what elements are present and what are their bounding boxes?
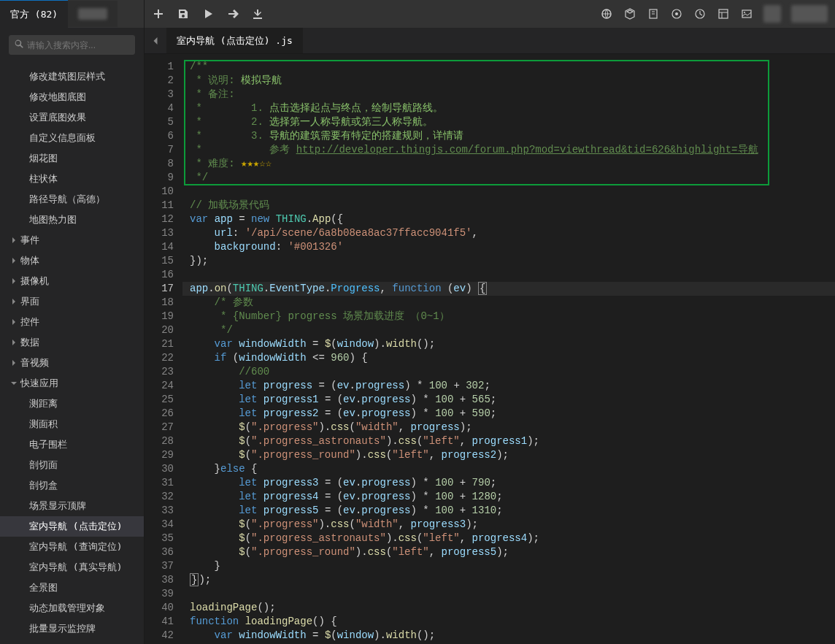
target-icon[interactable]: [670, 7, 683, 20]
share-icon[interactable]: [226, 7, 239, 20]
tree-item-selected[interactable]: 室内导航 (点击定位): [0, 516, 144, 537]
tree-item[interactable]: 电子围栏: [0, 434, 144, 455]
chevron-right-icon: [10, 339, 18, 346]
sidebar-tab-official[interactable]: 官方 (82): [0, 0, 68, 28]
tree-item[interactable]: 地图热力图: [0, 210, 144, 230]
clock-icon[interactable]: [693, 7, 707, 20]
save-icon[interactable]: [177, 7, 190, 20]
tree-item[interactable]: 物体面板显示监控: [0, 639, 144, 644]
tree-group[interactable]: 事件: [0, 230, 144, 250]
sidebar: 官方 (82) 修改建筑图层样式 修改地图底图 设置底图效果 自定义信息面板 烟…: [0, 0, 145, 644]
editor[interactable]: 1234567891011121314151617181920212223242…: [145, 54, 835, 644]
download-icon[interactable]: [251, 7, 264, 20]
tree-item[interactable]: 全景图: [0, 578, 144, 598]
avatar-1[interactable]: [763, 5, 781, 23]
chevron-right-icon: [10, 318, 18, 326]
book-icon[interactable]: [647, 7, 660, 20]
tree-group[interactable]: 数据: [0, 332, 144, 353]
tree-item[interactable]: 剖切盒: [0, 475, 144, 496]
tree-group-quickapp[interactable]: 快速应用: [0, 373, 144, 394]
chevron-right-icon: [10, 277, 18, 285]
tabbar: 室内导航 (点击定位) .js: [145, 28, 835, 54]
tree-item[interactable]: 室内导航 (真实导航): [0, 557, 144, 578]
code-area[interactable]: /** * 说明: 模拟导航 * 备注: * 1. 点击选择起点与终点，绘制导航…: [182, 54, 835, 644]
tab-back-button[interactable]: [145, 28, 166, 53]
tree-group[interactable]: 音视频: [0, 353, 144, 373]
tree-item[interactable]: 室内导航 (查询定位): [0, 537, 144, 557]
tree-item[interactable]: 动态加载管理对象: [0, 598, 144, 618]
tree-group[interactable]: 物体: [0, 250, 144, 271]
tree-item[interactable]: 自定义信息面板: [0, 128, 144, 148]
tree-item[interactable]: 批量显示监控牌: [0, 618, 144, 639]
avatar-2[interactable]: [791, 5, 828, 23]
main: 室内导航 (点击定位) .js 123456789101112131415161…: [145, 0, 835, 644]
tree-item[interactable]: 烟花图: [0, 148, 144, 169]
chevron-right-icon: [10, 237, 18, 244]
svg-point-7: [744, 12, 745, 13]
tree-group[interactable]: 摄像机: [0, 271, 144, 291]
tree-item[interactable]: 测面积: [0, 414, 144, 434]
tree-item[interactable]: 测距离: [0, 394, 144, 414]
search-input[interactable]: [27, 40, 136, 50]
new-file-icon[interactable]: [152, 7, 165, 20]
tree-item[interactable]: 设置底图效果: [0, 107, 144, 128]
file-tab[interactable]: 室内导航 (点击定位) .js: [166, 28, 303, 53]
tree-group[interactable]: 控件: [0, 312, 144, 332]
tree-item[interactable]: 剖切面: [0, 455, 144, 475]
svg-rect-5: [719, 9, 728, 18]
tree-item[interactable]: 修改建筑图层样式: [0, 66, 144, 87]
chevron-right-icon: [10, 298, 18, 305]
gallery-icon[interactable]: [740, 7, 753, 20]
play-icon[interactable]: [201, 7, 215, 20]
cube-icon[interactable]: [623, 7, 636, 20]
chevron-down-icon: [10, 380, 18, 387]
tree[interactable]: 修改建筑图层样式 修改地图底图 设置底图效果 自定义信息面板 烟花图 柱状体 路…: [0, 62, 144, 644]
gutter: 1234567891011121314151617181920212223242…: [145, 54, 182, 644]
globe-icon[interactable]: [600, 7, 613, 20]
search-icon: [14, 39, 27, 51]
sidebar-header: 官方 (82): [0, 0, 144, 28]
search-box[interactable]: [9, 35, 135, 55]
tree-item[interactable]: 路径导航（高德）: [0, 189, 144, 210]
toolbar: [145, 0, 835, 28]
tree-group[interactable]: 界面: [0, 291, 144, 312]
sidebar-tab-other[interactable]: [68, 1, 118, 27]
tree-item[interactable]: 柱状体: [0, 169, 144, 189]
layout-icon[interactable]: [717, 7, 730, 20]
tree-item[interactable]: 场景显示顶牌: [0, 496, 144, 516]
chevron-right-icon: [10, 257, 18, 264]
tree-item[interactable]: 修改地图底图: [0, 87, 144, 107]
svg-point-3: [675, 12, 678, 15]
chevron-right-icon: [10, 359, 18, 367]
